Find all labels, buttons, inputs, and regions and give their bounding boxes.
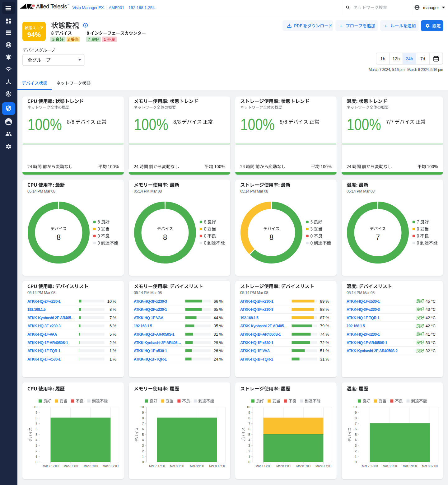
svg-text:3: 3 [35,444,37,447]
svg-text:5: 5 [355,433,357,436]
svg-text:Mar 7 17:00: Mar 7 17:00 [43,464,58,468]
svg-text:Mar 8 17:00: Mar 8 17:00 [315,464,331,468]
svg-text:7: 7 [35,422,37,425]
svg-text:Vista Manager EX: Vista Manager EX [72,5,104,10]
svg-text:10: 10 [246,405,250,409]
svg-text:0: 0 [248,460,250,464]
svg-text:1h: 1h [380,56,385,61]
svg-text:Mar 8 1:00: Mar 8 1:00 [383,464,397,468]
svg-text:6: 6 [142,427,144,431]
svg-text:2 %: 2 % [110,340,116,345]
svg-text:0: 0 [142,460,144,464]
svg-text:8 %: 8 % [110,307,116,312]
svg-text:94%: 94% [27,31,41,39]
svg-text:Mar 8 17:00: Mar 8 17:00 [103,464,119,468]
svg-text:1 %: 1 % [110,348,116,353]
svg-text:2: 2 [35,449,37,453]
svg-text:2: 2 [248,449,250,453]
svg-text:ATKK-HQ-2F-x230-1: ATKK-HQ-2F-x230-1 [240,299,273,304]
svg-text:ATKK-HQ-3F-x230-3: ATKK-HQ-3F-x230-3 [347,307,380,312]
svg-text:05:14 PM Mar 08: 05:14 PM Mar 08 [134,291,162,295]
svg-text:4: 4 [248,438,250,442]
svg-text:192.168.1.5: 192.168.1.5 [27,307,46,312]
svg-text:6: 6 [35,427,37,431]
svg-text:192.168.1.5: 192.168.1.5 [347,324,365,328]
svg-text:10: 10 [140,405,144,409]
svg-text:Mar 8 9:00: Mar 8 9:00 [190,464,204,468]
svg-text:Mar 8 17:00: Mar 8 17:00 [422,464,438,468]
svg-text:65 %: 65 % [214,307,223,312]
svg-text:ATKK-HQ-3F-x230-3: ATKK-HQ-3F-x230-3 [240,307,273,312]
svg-text:1: 1 [142,455,144,459]
svg-text:6: 6 [248,427,250,431]
svg-text:8: 8 [248,416,250,420]
svg-text:ATKK-HQ-1F-TQR-1: ATKK-HQ-1F-TQR-1 [240,357,273,361]
svg-text:10 %: 10 % [107,299,116,304]
svg-text:3: 3 [142,444,144,447]
svg-text:ATKK-HQ-1F-AR4050S-1: ATKK-HQ-1F-AR4050S-1 [27,341,68,345]
svg-text:ATKK-HQ-3F-x230-3: ATKK-HQ-3F-x230-3 [134,299,167,304]
svg-text:100%: 100% [240,115,275,133]
svg-text:66 %: 66 % [214,299,223,304]
svg-text:100%: 100% [28,115,62,133]
svg-text:31 %: 31 % [320,357,329,361]
svg-text:ATKK-HQ-1F-TQR-1: ATKK-HQ-1F-TQR-1 [27,349,60,353]
svg-text:72 %: 72 % [320,340,329,345]
svg-text:45 °C: 45 °C [426,299,436,304]
svg-text:24 %: 24 % [214,357,223,361]
svg-text:12h: 12h [393,56,400,61]
svg-text:Mar 8 1:00: Mar 8 1:00 [170,464,184,468]
svg-text:7: 7 [248,422,250,425]
svg-text:ATKK-HQ-3F-x230-3: ATKK-HQ-3F-x230-3 [27,324,61,328]
svg-text:05:14 PM Mar 08: 05:14 PM Mar 08 [347,291,375,295]
svg-text:7: 7 [355,422,357,425]
svg-text:8: 8 [35,416,37,420]
svg-text:2: 2 [355,449,357,453]
svg-text:1: 1 [248,455,250,459]
svg-text:192.168.1.254: 192.168.1.254 [128,5,155,10]
svg-text:+: + [384,23,387,29]
svg-text:ATKK-HQ-1F-TQR-1: ATKK-HQ-1F-TQR-1 [347,316,380,320]
svg-text:43 °C: 43 °C [426,307,436,312]
svg-text:10: 10 [353,405,357,409]
svg-text:1: 1 [35,455,37,459]
svg-text:Mar 8 9:00: Mar 8 9:00 [296,464,310,468]
svg-text:ATKK-HQ-1F-AR4050S-1: ATKK-HQ-1F-AR4050S-1 [347,341,387,345]
svg-text:4: 4 [142,438,144,442]
svg-text:192.168.1.5: 192.168.1.5 [134,324,152,328]
svg-text:5: 5 [35,433,37,436]
svg-text:100%: 100% [347,115,381,133]
svg-text:2: 2 [142,449,144,453]
svg-text:Mar 8 1:00: Mar 8 1:00 [276,464,291,468]
svg-text:10: 10 [34,405,37,409]
svg-text:ATKK-HQ-1F-x530-1: ATKK-HQ-1F-x530-1 [240,341,273,345]
svg-text:ATKK-Kyobashi-2F-AR405…: ATKK-Kyobashi-2F-AR405… [27,316,75,320]
svg-text:ATKK-HQ-1F-VAA: ATKK-HQ-1F-VAA [27,332,57,337]
svg-text:ATKK-Kyobashi-2F-AR4050S-2: ATKK-Kyobashi-2F-AR4050S-2 [347,349,398,353]
svg-text:ATKK-HQ-1F-x530-1: ATKK-HQ-1F-x530-1 [347,299,380,304]
svg-text:ATKK-Kyobashi-2F-AR405…: ATKK-Kyobashi-2F-AR405… [240,324,287,328]
svg-text:Allied Telesis: Allied Telesis [36,3,67,10]
svg-text:Mar 7 17:00: Mar 7 17:00 [255,464,271,468]
svg-text:29 %: 29 % [214,340,223,345]
svg-text:33 °C: 33 °C [426,340,436,345]
svg-text:Mar 8 17:00: Mar 8 17:00 [209,464,225,468]
svg-text:Mar 7 17:00: Mar 7 17:00 [149,464,165,468]
svg-text:ATKK-HQ-1F-VAA: ATKK-HQ-1F-VAA [134,316,163,320]
svg-text:05:14 PM Mar 08: 05:14 PM Mar 08 [347,189,375,194]
svg-text:7: 7 [376,233,380,241]
svg-text:87 %: 87 % [320,315,329,320]
svg-text:100%: 100% [134,115,168,133]
svg-text:26 %: 26 % [214,348,223,353]
svg-text:05:14 PM Mar 08: 05:14 PM Mar 08 [240,189,268,194]
svg-text:44 %: 44 % [214,315,223,320]
svg-text:9: 9 [35,411,37,414]
svg-text:9: 9 [142,411,144,414]
svg-text:35 %: 35 % [214,324,223,328]
svg-text:42 °C: 42 °C [426,315,436,320]
svg-text:ATKK-HQ-1F-VAA: ATKK-HQ-1F-VAA [240,349,270,353]
svg-text:ATKK-HQ-1F-x530-1: ATKK-HQ-1F-x530-1 [134,349,167,353]
svg-text:8: 8 [163,233,167,241]
svg-text:AMF001: AMF001 [109,5,124,10]
svg-text:5 %: 5 % [110,332,116,337]
